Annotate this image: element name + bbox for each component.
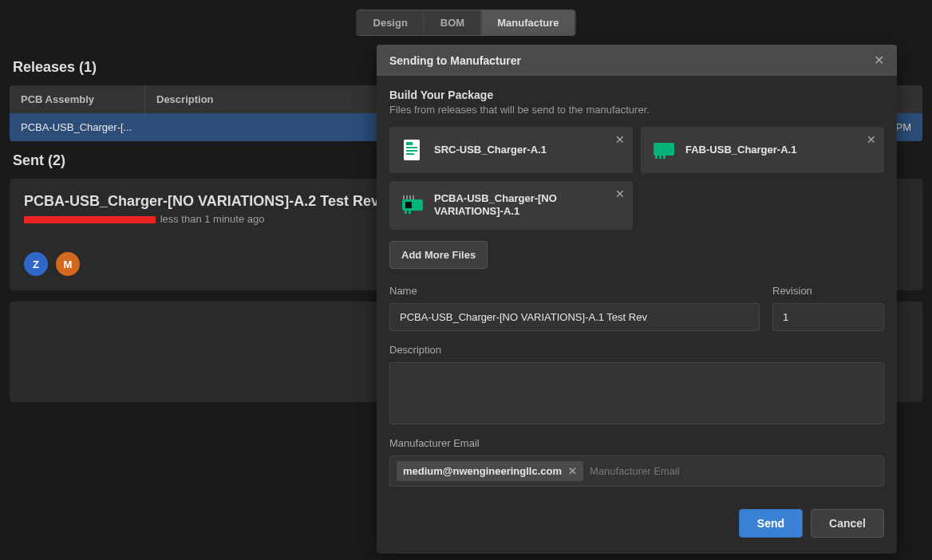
name-input[interactable]: [389, 303, 760, 331]
svg-rect-15: [409, 211, 411, 214]
manufacturer-email-label: Manufacturer Email: [389, 437, 884, 449]
description-label: Description: [389, 344, 884, 356]
row-pcb-name: PCBA-USB_Charger-[...: [10, 113, 145, 141]
file-name: PCBA-USB_Charger-[NO VARIATIONS]-A.1: [434, 192, 622, 219]
col-pcb-assembly: PCB Assembly: [10, 85, 145, 113]
file-grid: SRC-USB_Charger-A.1 ✕ FAB-USB_Charger-A.…: [389, 127, 884, 230]
close-icon[interactable]: ✕: [874, 53, 884, 68]
tab-manufacture[interactable]: Manufacture: [481, 10, 575, 35]
tab-design[interactable]: Design: [357, 10, 425, 35]
package-title: Build Your Package: [389, 89, 884, 101]
email-chip: medium@nwengineeringllc.com ✕: [397, 461, 583, 481]
svg-rect-14: [405, 211, 407, 214]
email-chip-text: medium@nwengineeringllc.com: [403, 465, 562, 477]
svg-rect-4: [406, 153, 414, 155]
svg-rect-9: [402, 199, 423, 211]
send-dialog: Sending to Manufacturer ✕ Build Your Pac…: [377, 45, 897, 554]
svg-rect-2: [406, 147, 417, 148]
description-input[interactable]: [389, 362, 884, 424]
file-name: SRC-USB_Charger-A.1: [434, 144, 547, 156]
svg-rect-7: [659, 156, 661, 159]
avatar[interactable]: Z: [24, 252, 48, 276]
email-input-container[interactable]: medium@nwengineeringllc.com ✕ Manufactur…: [389, 455, 884, 487]
remove-file-icon[interactable]: ✕: [615, 187, 625, 200]
name-label: Name: [389, 285, 760, 297]
package-desc: Files from releases that will be send to…: [389, 104, 884, 116]
svg-rect-5: [654, 143, 674, 156]
svg-rect-12: [409, 195, 411, 199]
dialog-title: Sending to Manufacturer: [389, 54, 521, 67]
svg-rect-16: [405, 202, 412, 208]
redacted-author: [24, 216, 156, 223]
tab-bom[interactable]: BOM: [425, 10, 481, 35]
svg-rect-13: [413, 195, 414, 199]
revision-label: Revision: [772, 285, 884, 297]
file-name: FAB-USB_Charger-A.1: [685, 144, 796, 156]
svg-rect-3: [406, 150, 417, 152]
fab-file-icon: [652, 138, 676, 162]
remove-file-icon[interactable]: ✕: [867, 133, 876, 146]
send-button[interactable]: Send: [739, 509, 803, 538]
email-placeholder: Manufacturer Email: [590, 465, 680, 477]
svg-rect-11: [406, 195, 408, 199]
view-tabs: Design BOM Manufacture: [357, 10, 576, 36]
avatar[interactable]: M: [56, 252, 80, 276]
remove-email-icon[interactable]: ✕: [568, 465, 577, 477]
svg-rect-8: [663, 156, 665, 159]
file-card-src[interactable]: SRC-USB_Charger-A.1 ✕: [389, 127, 633, 173]
source-file-icon: [401, 138, 425, 162]
add-more-files-button[interactable]: Add More Files: [389, 241, 488, 269]
cancel-button[interactable]: Cancel: [811, 509, 884, 538]
svg-rect-6: [655, 156, 658, 159]
file-card-fab[interactable]: FAB-USB_Charger-A.1 ✕: [641, 127, 884, 173]
file-card-pcba[interactable]: PCBA-USB_Charger-[NO VARIATIONS]-A.1 ✕: [389, 181, 633, 230]
sent-card-time: less than 1 minute ago: [160, 213, 265, 225]
svg-rect-1: [406, 142, 413, 145]
svg-rect-10: [403, 195, 405, 199]
revision-input[interactable]: [772, 303, 884, 331]
pcba-file-icon: [401, 193, 425, 217]
remove-file-icon[interactable]: ✕: [615, 133, 625, 146]
